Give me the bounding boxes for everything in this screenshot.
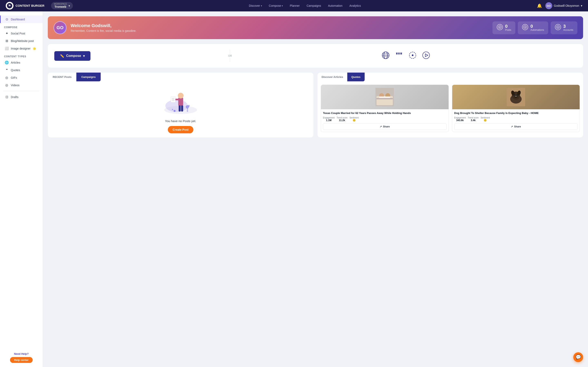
engagement-val-2: 343.6k: [454, 119, 466, 122]
create-post-button[interactable]: Create Post: [168, 126, 194, 133]
article-stats-1: Engagement 1.1M Trend score 11.2k Sentim…: [323, 117, 447, 122]
stat-posts: 0 Posts: [493, 21, 515, 34]
automations-icon: [522, 24, 528, 32]
engagement-val-1: 1.1M: [323, 119, 335, 122]
blog-post-icon: ⊞: [5, 39, 9, 43]
sidebar-item-social-post[interactable]: ✦ Social Post: [0, 30, 43, 37]
discover-tabs: Discover Articles Quotes: [318, 73, 583, 81]
article-image-2: [452, 85, 580, 109]
sidebar-item-image-designer[interactable]: ⬜ Image designer 🌟: [0, 45, 43, 52]
brand-name: CONTENT BURGER: [16, 4, 44, 8]
sidebar-item-gifs[interactable]: ◎ GIFs: [0, 74, 43, 81]
main-content: GO Welcome Godswill, Remember, Content i…: [43, 11, 588, 142]
empty-illustration: [162, 85, 199, 116]
article-card-2: Dog Brought To Shelter Because Family Is…: [452, 85, 580, 132]
sidebar-label-gifs: GIFs: [11, 76, 17, 79]
sentiment-label-1: Sentiment: [350, 117, 359, 119]
logo-area: CONTENT BURGER: [6, 2, 44, 9]
welcome-title: Welcome Godswill,: [71, 23, 488, 28]
compose-button[interactable]: ✏️ Compose ▾: [54, 51, 90, 61]
tab-recent-posts[interactable]: RECENT Posts: [48, 73, 76, 81]
svg-point-6: [525, 26, 526, 28]
nav-automation[interactable]: Automation: [325, 3, 346, 8]
compose-icon-video[interactable]: [422, 51, 430, 60]
article-engagement-1: Engagement 1.1M: [323, 117, 335, 122]
svg-point-19: [423, 52, 430, 59]
chevron-icon: ▾: [261, 5, 262, 7]
trend-val-1: 11.2k: [337, 119, 347, 122]
new-badge-icon: 🌟: [33, 47, 36, 50]
videos-icon: ◎: [5, 83, 9, 87]
trend-val-2: 3.4k: [468, 119, 479, 122]
or-text: OR: [227, 54, 233, 58]
article-title-2: Dog Brought To Shelter Because Family Is…: [454, 111, 578, 115]
image-designer-icon: ⬜: [5, 47, 9, 50]
svg-point-22: [165, 100, 188, 112]
chevron-down-icon: ▾: [69, 4, 70, 7]
sidebar-label-videos: Videos: [11, 83, 20, 87]
chevron-down-icon: ▾: [581, 4, 582, 7]
sidebar-item-quotes[interactable]: ❝ Quotes: [0, 66, 43, 74]
sidebar-bottom: Need Help? Help center: [0, 352, 43, 363]
quotes-icon: ❝: [5, 68, 9, 72]
nav-campaigns[interactable]: Campaigns: [304, 3, 324, 8]
share-button-1[interactable]: ↗ Share: [323, 123, 447, 130]
sidebar-label-dashboard: Dashboard: [11, 18, 25, 21]
svg-point-34: [188, 105, 190, 107]
accounts-count: 3: [563, 24, 573, 29]
trend-label-2: Trend score: [468, 117, 479, 119]
svg-text:": ": [399, 51, 402, 59]
workspace-label: WORKSPACE: [54, 3, 67, 5]
notifications-button[interactable]: 🔔: [537, 3, 542, 8]
sidebar-item-dashboard[interactable]: ⊙ Dashboard: [0, 16, 43, 23]
welcome-avatar: GO: [53, 21, 67, 34]
article-sentiment-1: Sentiment 🙂: [350, 117, 359, 122]
sidebar-item-blog-post[interactable]: ⊞ Blog/Website post: [0, 37, 43, 45]
need-help-text: Need Help?: [0, 352, 43, 355]
tab-quotes[interactable]: Quotes: [347, 73, 365, 81]
tab-campaigns[interactable]: Campaigns: [76, 73, 100, 81]
discover-card: Discover Articles Quotes: [318, 73, 583, 137]
trend-label-1: Trend score: [337, 117, 347, 119]
compose-icon-schedule[interactable]: [409, 51, 416, 60]
article-stats-2: Engagement 343.6k Trend score 3.4k Senti…: [454, 117, 578, 122]
compose-icon-globe[interactable]: [382, 51, 389, 60]
sentiment-val-2: 🙂: [481, 119, 490, 122]
article-image-1: [321, 85, 449, 109]
sidebar-item-articles[interactable]: 🌐 Articles: [0, 59, 43, 66]
social-post-icon: ✦: [5, 31, 9, 35]
svg-point-24: [178, 93, 183, 99]
chat-icon: 💬: [576, 355, 581, 360]
article-title-1: Texas Couple Married for 62 Years Passes…: [323, 111, 447, 115]
engagement-label-2: Engagement: [454, 117, 466, 119]
nav-analytics[interactable]: Analytics: [346, 3, 364, 8]
article-trend-1: Trend score 11.2k: [337, 117, 347, 122]
chat-fab-button[interactable]: 💬: [573, 352, 583, 362]
nav-compose[interactable]: Compose ▾: [266, 3, 286, 8]
posts-label: Posts: [505, 29, 511, 31]
help-center-button[interactable]: Help center: [10, 357, 33, 363]
automations-stat-info: 0 Automations: [530, 24, 544, 31]
sidebar-item-videos[interactable]: ◎ Videos: [0, 81, 43, 89]
sidebar-item-drafts[interactable]: ⊡ Drafts: [0, 93, 43, 101]
svg-point-50: [515, 96, 517, 97]
compose-btn-label: Compose: [66, 54, 81, 58]
svg-point-3: [499, 26, 501, 28]
share-button-2[interactable]: ↗ Share: [454, 123, 578, 130]
svg-rect-41: [379, 96, 390, 98]
workspace-selector[interactable]: WORKSPACE Tronweb ▾: [51, 2, 73, 9]
svg-rect-23: [178, 98, 183, 106]
user-menu-button[interactable]: GO Godswill Okoyomon ▾: [545, 2, 582, 9]
svg-text:": ": [396, 51, 399, 59]
tab-discover-articles[interactable]: Discover Articles: [318, 73, 347, 81]
chevron-icon: ▾: [282, 5, 283, 7]
sentiment-val-1: 🙂: [350, 119, 359, 122]
sidebar-label-articles: Articles: [11, 61, 20, 64]
sidebar-section-content-types: Content types: [0, 52, 43, 59]
nav-discover[interactable]: Discover ▾: [246, 3, 265, 8]
compose-icon-quote[interactable]: " ": [395, 51, 403, 60]
compose-btn-chevron: ▾: [83, 54, 85, 58]
svg-point-35: [173, 110, 176, 112]
gifs-icon: ◎: [5, 76, 9, 80]
nav-planner[interactable]: Planner: [287, 3, 302, 8]
